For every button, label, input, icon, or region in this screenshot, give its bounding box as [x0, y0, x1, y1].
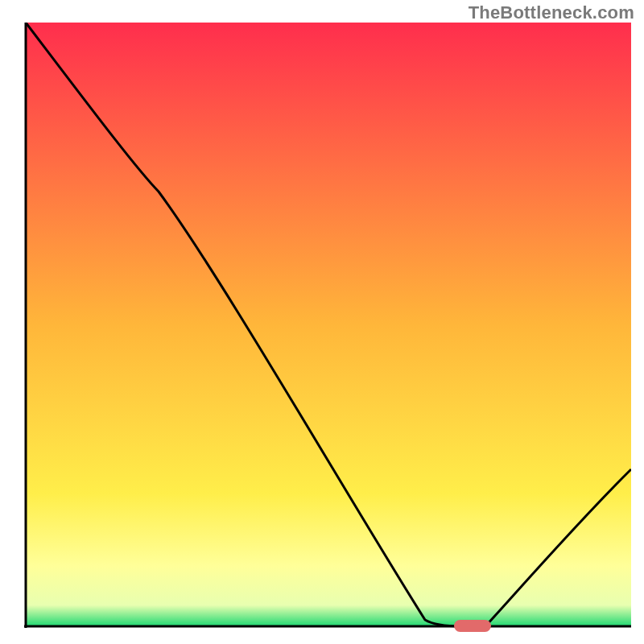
- plot-background: [26, 23, 631, 626]
- watermark-text: TheBottleneck.com: [469, 2, 634, 23]
- optimal-marker: [454, 620, 491, 632]
- bottleneck-chart: [14, 23, 631, 638]
- chart-container: TheBottleneck.com: [0, 0, 644, 644]
